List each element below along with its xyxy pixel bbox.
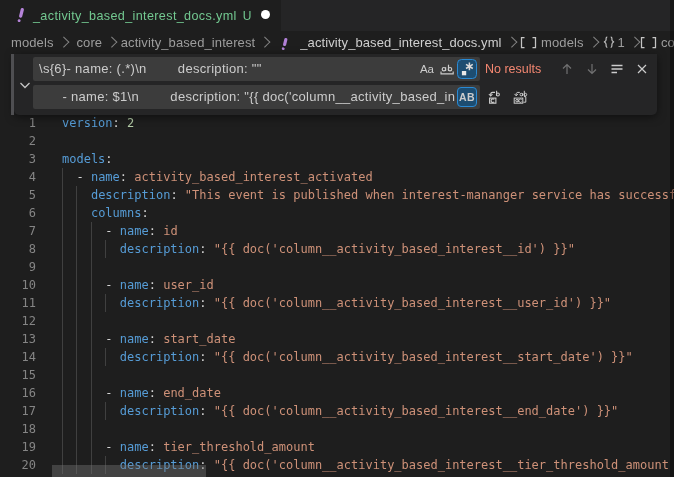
code-token: :	[149, 224, 163, 238]
breadcrumb-item-models[interactable]: models	[541, 35, 584, 50]
line-text: - name: tier_threshold_amount	[62, 438, 315, 456]
code-line-13[interactable]: 13 - name: start_date	[0, 330, 674, 348]
editor[interactable]: 1version: 223models:4 - name: activity_b…	[0, 54, 674, 477]
previous-match-button[interactable]	[557, 59, 577, 79]
code-line-11[interactable]: 11 description: "{{ doc('column__activit…	[0, 294, 674, 312]
find-row: \s{6}- name: (.*)\n description: "" Aa	[33, 57, 541, 81]
arrow-down-icon	[584, 61, 600, 77]
code-token: tier_threshold_amount	[163, 440, 315, 454]
code-token: :	[199, 350, 213, 364]
code-token: id	[163, 224, 177, 238]
code-line-8[interactable]: 8 description: "{{ doc('column__activity…	[0, 240, 674, 258]
code-line-14[interactable]: 14 description: "{{ doc('column__activit…	[0, 348, 674, 366]
line-number: 9	[0, 258, 36, 276]
code-line-16[interactable]: 16 - name: end_date	[0, 384, 674, 402]
line-number: 8	[0, 240, 36, 258]
code-token: :	[149, 278, 163, 292]
code-line-18[interactable]: 18	[0, 420, 674, 438]
code-line-19[interactable]: 19 - name: tier_threshold_amount	[0, 438, 674, 456]
code-line-9[interactable]: 9	[0, 258, 674, 276]
code-token: :	[199, 404, 213, 418]
code-line-7[interactable]: 7 - name: id	[0, 222, 674, 240]
find-widget-resize-sash[interactable]	[11, 54, 14, 115]
code-line-6[interactable]: 6 columns:	[0, 204, 674, 222]
code-token: "{{ doc('column__activity_based_interest…	[214, 296, 611, 310]
code-token: 2	[127, 116, 134, 130]
code-token: version	[62, 116, 113, 130]
code-line-15[interactable]: 15	[0, 366, 674, 384]
whole-word-button[interactable]	[437, 59, 457, 79]
replace-button[interactable]	[484, 87, 504, 107]
breadcrumb: modelscoreactivity_based_interest_activi…	[0, 31, 674, 54]
code-line-4[interactable]: 4 - name: activity_based_interest_activa…	[0, 168, 674, 186]
tab-active[interactable]: _activity_based_interest_docs.yml U	[0, 0, 281, 31]
modified-dot-icon[interactable]	[261, 10, 270, 19]
code-token: description	[120, 242, 199, 256]
yaml-file-icon	[12, 6, 28, 22]
code-token: -	[62, 170, 91, 184]
replace-text: - name: $1\n description: "{{ doc('colum…	[39, 85, 455, 109]
breadcrumb-item-activity_based_interest[interactable]: activity_based_interest	[121, 35, 256, 50]
code-token: description	[120, 350, 199, 364]
replace-input[interactable]: - name: $1\n description: "{{ doc('colum…	[33, 85, 480, 109]
indent-guide	[91, 420, 92, 438]
breadcrumb-item-models[interactable]: models	[11, 35, 54, 50]
breadcrumb-separator-icon	[102, 36, 121, 50]
code-token: :	[149, 440, 163, 454]
code-line-17[interactable]: 17 description: "{{ doc('column__activit…	[0, 402, 674, 420]
breadcrumb-separator-icon	[584, 36, 603, 50]
regex-button[interactable]	[457, 59, 477, 79]
code-token: :	[170, 188, 184, 202]
line-text: - name: id	[62, 222, 178, 240]
find-input[interactable]: \s{6}- name: (.*)\n description: "" Aa	[33, 57, 480, 81]
code-token: activity_based_interest_activated	[134, 170, 372, 184]
code-token: start_date	[163, 332, 235, 346]
find-in-selection-button[interactable]	[607, 59, 627, 79]
code-token: :	[199, 296, 213, 310]
line-number: 12	[0, 312, 36, 330]
line-number: 17	[0, 402, 36, 420]
code-area[interactable]: 1version: 223models:4 - name: activity_b…	[0, 114, 674, 477]
breadcrumb-item-core[interactable]: core	[77, 35, 103, 50]
horizontal-scrollbar-thumb[interactable]	[52, 465, 206, 477]
line-number: 6	[0, 204, 36, 222]
code-line-1[interactable]: 1version: 2	[0, 114, 674, 132]
next-match-button[interactable]	[582, 59, 602, 79]
close-icon	[634, 61, 650, 77]
toggle-replace-button[interactable]	[17, 77, 33, 93]
indent-guide	[62, 258, 63, 276]
code-line-2[interactable]: 2	[0, 132, 674, 150]
line-text: description: "{{ doc('column__activity_b…	[62, 240, 575, 258]
preserve-case-button[interactable]: AB	[457, 87, 477, 107]
match-case-button[interactable]: Aa	[417, 59, 437, 79]
yaml-file-icon	[277, 36, 291, 50]
code-token	[62, 206, 91, 220]
code-token	[62, 188, 91, 202]
line-text: description: "This event is published wh…	[62, 186, 674, 204]
scrollbar-track-edge	[670, 0, 674, 477]
line-number: 19	[0, 438, 36, 456]
code-line-5[interactable]: 5 description: "This event is published …	[0, 186, 674, 204]
code-token: "{{ doc('column__activity_based_interest…	[214, 350, 633, 364]
code-line-12[interactable]: 12	[0, 312, 674, 330]
code-token: name	[120, 386, 149, 400]
indent-guide	[76, 420, 77, 438]
line-number: 5	[0, 186, 36, 204]
replace-all-button[interactable]	[510, 87, 530, 107]
indent-guide	[62, 366, 63, 384]
code-token: end_date	[163, 386, 221, 400]
close-find-button[interactable]	[632, 59, 652, 79]
code-line-10[interactable]: 10 - name: user_id	[0, 276, 674, 294]
code-line-3[interactable]: 3models:	[0, 150, 674, 168]
indent-guide	[91, 312, 92, 330]
indent-guide	[91, 366, 92, 384]
find-options: AB	[457, 87, 477, 107]
arrow-up-icon	[559, 61, 575, 77]
breadcrumb-item-_activity_based_interest_docs.yml[interactable]: _activity_based_interest_docs.yml	[300, 35, 501, 50]
line-number: 11	[0, 294, 36, 312]
git-status-badge: U	[243, 9, 252, 23]
line-text: - name: end_date	[62, 384, 221, 402]
breadcrumb-item-1[interactable]: 1	[618, 35, 625, 50]
find-replace-widget: \s{6}- name: (.*)\n description: "" Aa	[14, 54, 657, 115]
code-token: "{{ doc('column__activity_based_interest…	[214, 458, 669, 472]
